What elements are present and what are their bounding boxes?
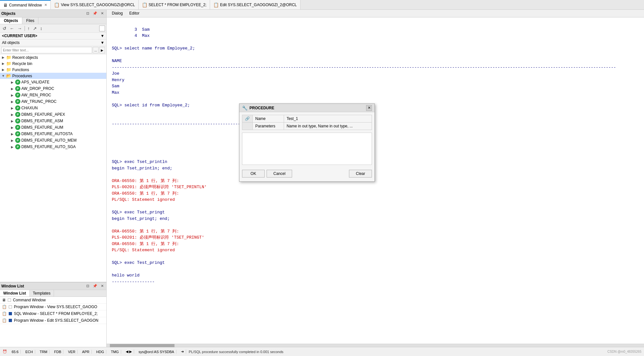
tree-label-dbms-asm: DBMS_FEATURE_ASM (21, 119, 63, 123)
tree-item-recycle-bin[interactable]: ▶ 📁 Recycle bin (0, 60, 106, 67)
tree-item-dbms-autosta[interactable]: ▶ P DBMS_FEATURE_AUTOSTA (0, 131, 106, 137)
cmd-line: SQL> exec Test_pringt (112, 260, 165, 265)
tab-select[interactable]: 📋 SELECT * FROM EMPLOYEE_2; (139, 0, 210, 10)
proc-icon-aw-drop: P (15, 86, 20, 91)
tree-item-aw-ren-proc[interactable]: ▶ P AW_REN_PROC (0, 92, 106, 98)
ok-button[interactable]: OK (242, 170, 265, 178)
filter-options-btn[interactable]: ... (93, 47, 99, 53)
cmd-line (112, 267, 114, 272)
cmd-line: SQL> exec Tset_println (112, 159, 167, 164)
wl-label-cmd: Command Window (13, 298, 46, 302)
wl-tab-window-list[interactable]: Window List (0, 290, 30, 297)
forward-btn[interactable]: → (16, 25, 23, 32)
procedure-dialog-close[interactable]: ✕ (366, 105, 372, 111)
tree-item-aw-drop-proc[interactable]: ▶ P AW_DROP_PROC (0, 85, 106, 92)
wl-tab-templates[interactable]: Templates (30, 290, 54, 297)
procedure-dialog-textarea[interactable] (242, 133, 372, 165)
arrow-dbms-aum: ▶ (10, 126, 14, 129)
clear-button[interactable]: Clear (349, 170, 372, 178)
tree-item-dbms-aum[interactable]: ▶ P DBMS_FEATURE_AUM (0, 124, 106, 131)
tab-edit[interactable]: 📋 Edit SYS.SELECT_GAOGONGZI_2@ORCL (210, 0, 301, 10)
command-content[interactable]: 3 Sam 4 Max SQL> select name from Employ… (107, 17, 644, 344)
wl-item-sql-window[interactable]: 📋 SQL Window - SELECT * FROM EMPLOYEE_2; (0, 310, 106, 317)
refresh-btn[interactable]: ↺ (1, 25, 8, 32)
wl-item-program-view[interactable]: 📋 Program Window - View SYS.SELECT_GAOGO (0, 304, 106, 310)
filter-input[interactable] (1, 47, 92, 53)
tree-item-procedures[interactable]: ▼ 📂 Procedures (0, 73, 106, 79)
cmd-line: begin Tset_println; end; (112, 166, 172, 171)
tree-item-recent-objects[interactable]: ▶ 📁 Recent objects (0, 54, 106, 60)
square-btn[interactable] (99, 26, 105, 31)
restore-btn[interactable]: ⊡ (85, 11, 90, 16)
tab-command-window[interactable]: 🖥 Command Window ✕ (0, 0, 51, 10)
cmd-line: ----------------------------------------… (112, 65, 616, 70)
tab-objects[interactable]: Objects (0, 17, 22, 24)
wl-pin-btn[interactable]: 📌 (91, 283, 99, 289)
status-message: PL/SQL procedure successfully completed … (189, 350, 605, 354)
tab-files[interactable]: Files (22, 17, 38, 24)
table-row-name: 🔗 Name Test_1 (242, 115, 372, 123)
wl-items: 🖥 Command Window 📋 Program Window - View… (0, 297, 106, 347)
cmd-line (112, 172, 114, 177)
menu-editor[interactable]: Editor (126, 10, 143, 16)
wl-sq-cmd (8, 298, 11, 302)
dialog-ok-cancel-group: OK Cancel (242, 170, 292, 178)
tree-item-aw-trunc-proc[interactable]: ▶ P AW_TRUNC_PROC (0, 98, 106, 105)
upright-btn[interactable]: ↗ (32, 25, 38, 32)
tree-item-dbms-apex[interactable]: ▶ P DBMS_FEATURE_APEX (0, 111, 106, 118)
wl-item-cmd[interactable]: 🖥 Command Window (0, 297, 106, 304)
procedure-dialog: 🔧 PROCEDURE ✕ 🔗 Name Test_1 (239, 103, 375, 182)
cmd-line: Max (112, 90, 119, 95)
cmd-line: SQL> select id from Employee_2; (112, 103, 190, 108)
cmd-line: PL/SQL: Statement ignored (112, 197, 175, 202)
wl-icon-program-edit: 📋 (2, 318, 7, 323)
cmd-line: SQL> select name from Employee_2; (112, 46, 195, 51)
cmd-line (112, 222, 114, 227)
wl-close-btn[interactable]: ✕ (100, 283, 105, 289)
wl-icon-program-view: 📋 (2, 305, 7, 309)
expand-btn[interactable]: ↕ (39, 25, 44, 32)
arrow-dbms-apex: ▶ (10, 113, 14, 116)
h-scroll-bar[interactable] (107, 344, 644, 347)
objects-tabs: Objects Files (0, 17, 106, 24)
up-btn[interactable]: ↑ (26, 25, 31, 32)
current-user-row[interactable]: <CURRENT USER> ▼ (0, 33, 106, 39)
tree-item-functions[interactable]: ▶ 📁 Functions (0, 67, 106, 73)
wl-icon-sql: 📋 (2, 311, 7, 316)
cmd-line (112, 204, 114, 209)
all-objects-label: All objects (2, 40, 20, 45)
tab-view-label: View SYS.SELECT_GAOGONGZI@ORCL (61, 3, 135, 7)
h-scroll-thumb[interactable] (110, 344, 174, 347)
tree-item-dbms-auto-sga[interactable]: ▶ P DBMS_FEATURE_AUTO_SGA (0, 144, 106, 150)
wl-restore-btn[interactable]: ⊡ (85, 283, 90, 289)
pin-btn[interactable]: 📌 (91, 11, 99, 16)
tree-item-aps-validate[interactable]: ▶ P APS_VALIDATE (0, 79, 106, 85)
status-trm: TRM (38, 350, 50, 354)
filter-execute-btn[interactable]: ▶ (99, 47, 105, 53)
status-tmg: TMG (109, 350, 121, 354)
close-panel-btn[interactable]: ✕ (100, 11, 105, 16)
arrow-procedures: ▼ (1, 74, 5, 78)
cancel-button[interactable]: Cancel (267, 170, 292, 178)
status-arrows[interactable]: ◀ ▶ (124, 350, 134, 354)
proc-icon-dbms-apex: P (15, 112, 20, 117)
back-btn[interactable]: ← (8, 25, 16, 32)
cmd-line: PL/SQL: Statement ignored (112, 248, 175, 253)
proc-icon-dbms-auto-mem: P (15, 138, 20, 143)
menu-dialog[interactable]: Dialog (109, 10, 126, 16)
tab-command-window-label: Command Window (9, 3, 42, 7)
tree-label-procedures: Procedures (12, 74, 32, 78)
cmd-line (112, 96, 114, 101)
tab-view[interactable]: 📋 View SYS.SELECT_GAOGONGZI@ORCL (51, 0, 138, 10)
tree-item-dbms-auto-mem[interactable]: ▶ P DBMS_FEATURE_AUTO_MEM (0, 137, 106, 144)
tab-command-window-close[interactable]: ✕ (44, 3, 47, 7)
dialog-title-bar: 🔧 PROCEDURE ✕ (239, 104, 375, 112)
cmd-line (112, 52, 114, 57)
select-icon: 📋 (142, 2, 147, 7)
tree-item-dbms-asm[interactable]: ▶ P DBMS_FEATURE_ASM (0, 118, 106, 124)
separator-1 (25, 26, 25, 31)
tree-item-chaxun[interactable]: ▶ P CHAXUN (0, 105, 106, 111)
window-list-panel: Window List ⊡ 📌 ✕ Window List Templates … (0, 282, 106, 347)
wl-item-program-edit[interactable]: 📋 Program Window - Edit SYS.SELECT_GAOGO… (0, 317, 106, 324)
all-objects-row[interactable]: All objects ▼ (0, 39, 106, 46)
